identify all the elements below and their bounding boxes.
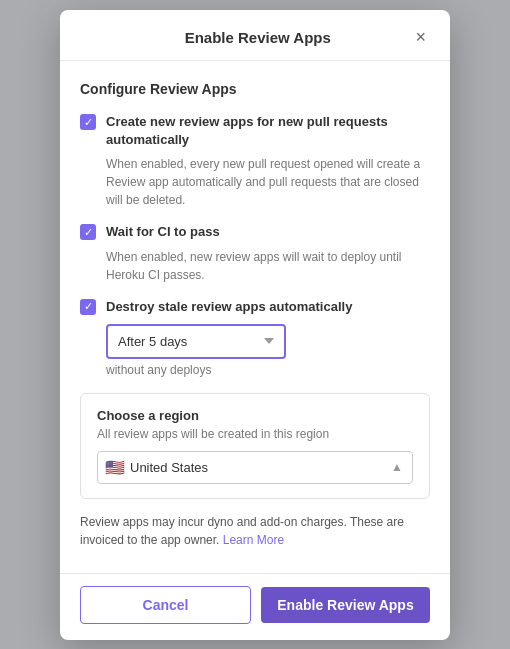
notice-text: Review apps may incur dyno and add-on ch… xyxy=(80,513,430,549)
option-auto-create-desc: When enabled, every new pull request ope… xyxy=(106,155,430,209)
modal-body: Configure Review Apps ✓ Create new revie… xyxy=(60,61,450,573)
checkbox-auto-create[interactable]: ✓ xyxy=(80,114,96,130)
enable-review-apps-modal: Enable Review Apps × Configure Review Ap… xyxy=(60,10,450,640)
modal-footer: Cancel Enable Review Apps xyxy=(60,573,450,640)
destroy-days-wrapper: After 5 days After 1 day After 2 days Af… xyxy=(106,324,430,359)
region-description: All review apps will be created in this … xyxy=(97,427,413,441)
section-title: Configure Review Apps xyxy=(80,81,430,97)
learn-more-link[interactable]: Learn More xyxy=(223,533,284,547)
modal-title: Enable Review Apps xyxy=(104,29,411,46)
region-dropdown[interactable]: United States Europe xyxy=(97,451,413,484)
checkbox-wait-ci[interactable]: ✓ xyxy=(80,224,96,240)
enable-button[interactable]: Enable Review Apps xyxy=(261,587,430,623)
chevron-up-icon: ▲ xyxy=(391,460,403,474)
checkmark-icon: ✓ xyxy=(84,117,93,128)
region-select-wrapper: 🇺🇸 United States Europe ▲ xyxy=(97,451,413,484)
region-title: Choose a region xyxy=(97,408,413,423)
option-destroy-stale-label: Destroy stale review apps automatically xyxy=(106,298,352,316)
checkmark-icon-2: ✓ xyxy=(84,227,93,238)
flag-icon: 🇺🇸 xyxy=(105,458,125,477)
modal-header: Enable Review Apps × xyxy=(60,10,450,61)
option-destroy-stale: ✓ Destroy stale review apps automaticall… xyxy=(80,298,430,316)
option-wait-ci: ✓ Wait for CI to pass xyxy=(80,223,430,241)
destroy-days-dropdown[interactable]: After 5 days After 1 day After 2 days Af… xyxy=(106,324,286,359)
checkbox-destroy-stale[interactable]: ✓ xyxy=(80,299,96,315)
option-wait-ci-label: Wait for CI to pass xyxy=(106,223,220,241)
close-icon: × xyxy=(415,27,426,47)
checkmark-icon-3: ✓ xyxy=(84,301,93,312)
no-deploys-label: without any deploys xyxy=(106,363,430,377)
region-section: Choose a region All review apps will be … xyxy=(80,393,430,499)
cancel-button[interactable]: Cancel xyxy=(80,586,251,624)
option-wait-ci-desc: When enabled, new review apps will wait … xyxy=(106,248,430,284)
close-button[interactable]: × xyxy=(411,26,430,48)
option-auto-create: ✓ Create new review apps for new pull re… xyxy=(80,113,430,149)
option-auto-create-label: Create new review apps for new pull requ… xyxy=(106,113,430,149)
